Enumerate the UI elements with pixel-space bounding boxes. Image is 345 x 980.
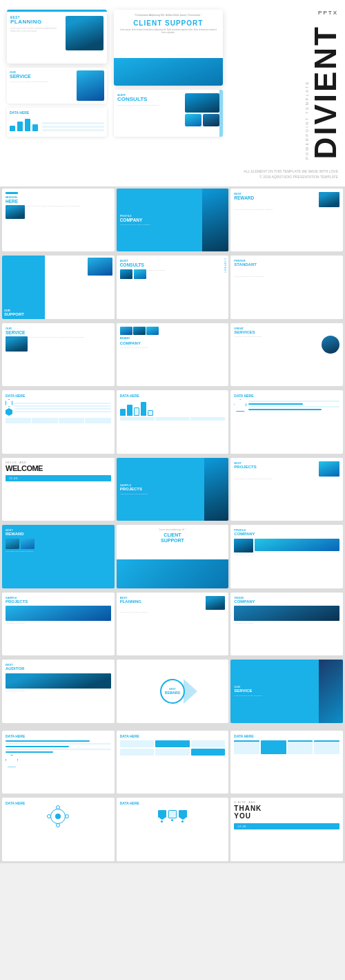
hero-slide-data: DATA HERE <box>7 108 107 137</box>
slide-planning: BEST PLANNING Lorem ipsum dolor sit amet… <box>117 593 229 656</box>
slide-data-5: DATA HERE <box>117 731 229 794</box>
slide-ourservice: OUR SERVICE Lorem ipsum dolor sit amet c… <box>2 323 115 386</box>
slide-row-6: BEST REWARD Lorem ipsum dolor sit amet c… <box>0 523 345 590</box>
slide-reward-blue: BEST REWARD Lorem ipsum dolor sit amet c… <box>2 525 115 588</box>
slide-data-4: DATA HERE <box>2 731 115 794</box>
slide-data-3: DATA HERE <box>230 390 343 454</box>
slide-row-3: OUR SERVICE Lorem ipsum dolor sit amet c… <box>0 321 345 389</box>
slide-best-reward-1: BEST REWARD Lorem ipsum dolor sit amet c… <box>230 189 343 252</box>
slide-row-7: SAMPLE PROJECTS Lorem ipsum dolor sit am… <box>0 590 345 658</box>
slide-sample-1: SAMPLE PROJECTS Lorem ipsum dolor sit am… <box>117 458 229 521</box>
slide-client: "Lorem ipsum adipiscing elit..." CLIENTS… <box>117 525 229 588</box>
credit-note: ALL ELEMENT ON THIS TEMPLATE WE MADE WIT… <box>244 169 338 180</box>
slide-next: NEXT PROJECTS Lorem ipsum dolor sit amet… <box>230 458 343 521</box>
slide-row-8: BEST AUDITOR Lorem ipsum dolor sit amet.… <box>0 657 345 725</box>
hero-slide-client: "Consectetur Adipiscing Elit, Nullam Dol… <box>114 10 223 86</box>
slide-mission: MISSION HERE Lorem ipsum dolor sit amet … <box>2 189 115 251</box>
slide-profile: PROFILE COMPANY Lorem ipsum dolor sit am… <box>117 189 229 252</box>
slide-row-2: OUR SUPPORT AUDIT CONSULTS Lorem ipsum c… <box>0 253 345 321</box>
slide-data-6: DATA HERE <box>230 731 343 794</box>
page: BEST PLANNING Lorem ipsum dolor sit amet… <box>0 0 345 863</box>
hero-slides-left: BEST PLANNING Lorem ipsum dolor sit amet… <box>7 10 107 180</box>
slide-data-7: DATA HERE <box>2 798 115 861</box>
slide-data-1: DATA HERE <box>2 390 115 453</box>
hero-slide-audit: AUDIT CONSULTS Lorem ipsum dolor sit ame… <box>114 90 223 137</box>
hero-slide-planning: BEST PLANNING Lorem ipsum dolor sit amet… <box>7 10 107 64</box>
slide-profile-2: PROFILE COMPANY Lorem ipsum dolor sit am… <box>230 525 343 588</box>
slide-row-5: HELLO, AND WELCOME 11:40... SAMPLE PROJE… <box>0 456 345 523</box>
slide-sample-2: SAMPLE PROJECTS Lorem ipsum dolor sit am… <box>2 593 115 655</box>
slide-row-4: DATA HERE DAT <box>0 388 345 456</box>
slide-welcome: HELLO, AND WELCOME 11:40... <box>2 458 115 521</box>
slide-service-blue: OUR SERVICE Lorem ipsum dolor sit amet c… <box>230 660 343 723</box>
slide-data-8: DATA HERE <box>117 798 229 861</box>
slide-reward-circle: BEST REWARD <box>117 660 229 723</box>
slide-prefer: PREFER STANDART Lorem ipsum dolor sit am… <box>230 256 343 319</box>
hero-center: "Consectetur Adipiscing Elit, Nullam Dol… <box>114 10 223 180</box>
hero-section: BEST PLANNING Lorem ipsum dolor sit amet… <box>0 0 345 186</box>
slide-row-9: DATA HERE DATA HERE <box>0 729 345 796</box>
hero-slide-service: OUR SERVICE Lorem ipsum dolor sit amet c… <box>7 68 107 104</box>
pptx-label: PPTX <box>318 10 338 16</box>
slide-auditor: BEST AUDITOR Lorem ipsum dolor sit amet. <box>2 660 115 722</box>
brand-name: DIVIENT <box>313 25 338 160</box>
hero-right: PPTX POWERPOINT TEMPLATE DIVIENT ALL ELE… <box>230 10 339 180</box>
slide-great: GREAT SERVICES Lorem ipsum dolor sit ame… <box>230 323 343 387</box>
slide-row-1: MISSION HERE Lorem ipsum dolor sit amet … <box>0 186 345 254</box>
slide-vision: VISION COMPANY Lorem ipsum dolor sit ame… <box>230 593 343 656</box>
slide-thankyou: G'NITE, AND THANKYOU 12:40... <box>230 798 343 861</box>
brand-area: POWERPOINT TEMPLATE DIVIENT <box>306 25 338 160</box>
slide-row-10: DATA HERE DATA HERE <box>0 796 345 863</box>
slide-brand: BRAND COMPANY Lorem ipsum dolor sit amet… <box>117 323 229 387</box>
slide-support: OUR SUPPORT <box>2 256 115 318</box>
slide-audit: AUDIT CONSULTS Lorem ipsum consectetur. … <box>117 256 229 319</box>
slide-data-2: DATA HERE <box>117 390 229 454</box>
